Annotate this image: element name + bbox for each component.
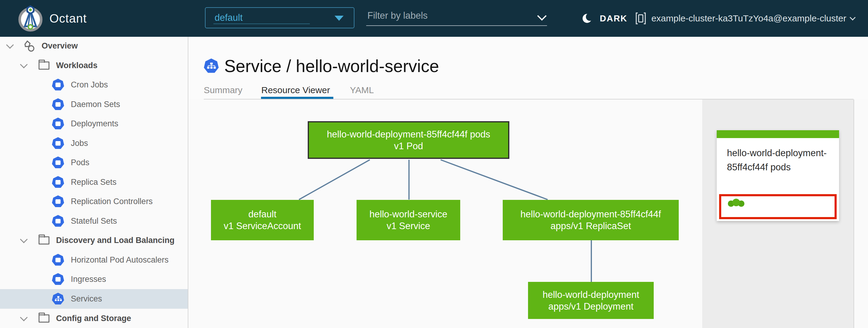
chevron-down-icon[interactable] — [6, 41, 13, 49]
node-title: hello-world-deployment — [528, 289, 654, 301]
sidebar-item-deployments[interactable]: Deployments — [0, 114, 188, 133]
page-scrollbar-gutter[interactable] — [854, 99, 868, 328]
pods-icon — [52, 156, 64, 169]
pod-status-dots — [728, 201, 743, 206]
resource-graph[interactable]: hello-world-deployment-85ff4cf44f pods v… — [189, 99, 702, 328]
app-title: Octant — [50, 12, 87, 25]
sidebar-item-label: Cron Jobs — [71, 80, 108, 90]
sidebar-item-label: Ingresses — [71, 275, 106, 284]
namespace-select-value: default — [215, 12, 243, 23]
sidebar-item-ingresses[interactable]: Ingresses — [0, 270, 188, 289]
graph-node-serviceaccount[interactable]: default v1 ServiceAccount — [211, 200, 314, 240]
cronjobs-icon — [52, 79, 64, 91]
folder-icon — [38, 315, 50, 323]
node-title: hello-world-service — [356, 208, 460, 220]
node-title: hello-world-deployment-85ff4cf44f pods — [309, 128, 508, 140]
app-header: Octant default DARK example-cluster-ka3T… — [0, 0, 868, 37]
chevron-down-icon[interactable] — [20, 314, 27, 321]
chevron-down-icon[interactable] — [20, 235, 27, 243]
statefulsets-icon — [52, 215, 64, 227]
sidebar-nav: Overview Workloads Cron Jobs Daemon Sets… — [0, 37, 188, 328]
pod-status-highlight[interactable] — [719, 194, 837, 219]
sidebar-item-config-and-storage[interactable]: Config and Storage — [0, 309, 188, 328]
theme-toggle[interactable]: DARK — [581, 0, 627, 37]
horizontalpodautoscalers-icon — [52, 254, 64, 266]
cluster-icon — [635, 12, 647, 25]
sidebar-item-replica-sets[interactable]: Replica Sets — [0, 173, 188, 192]
page-title: Service / hello-world-service — [224, 56, 439, 76]
node-title: hello-world-deployment-85ff4cf44f — [503, 208, 679, 220]
folder-icon — [38, 236, 50, 244]
chevron-down-icon[interactable] — [20, 61, 27, 68]
context-label: example-cluster-ka3TuTzYo4a@example-clus… — [651, 13, 846, 24]
sidebar-item-jobs[interactable]: Jobs — [0, 133, 188, 153]
selected-object-card[interactable]: hello-world-deployment-85ff4cf44f pods — [717, 130, 839, 221]
sidebar-item-label: Pods — [71, 158, 90, 167]
sidebar-item-replication-controllers[interactable]: Replication Controllers — [0, 192, 188, 211]
card-title: hello-world-deployment-85ff4cf44f pods — [717, 138, 839, 174]
deployments-icon — [52, 118, 64, 130]
selection-panel: hello-world-deployment-85ff4cf44f pods — [702, 99, 854, 328]
folder-icon — [38, 61, 50, 70]
graph-node-deployment[interactable]: hello-world-deployment apps/v1 Deploymen… — [528, 282, 654, 319]
sidebar-item-label: Config and Storage — [56, 314, 131, 323]
node-kind: apps/v1 ReplicaSet — [503, 220, 679, 232]
sidebar-item-label: Overview — [41, 41, 78, 51]
node-kind: v1 Service — [356, 220, 460, 232]
node-kind: apps/v1 Deployment — [528, 301, 654, 312]
sidebar-item-label: Discovery and Load Balancing — [56, 236, 175, 245]
pod-status-dot — [733, 199, 740, 206]
octant-logo — [16, 4, 44, 33]
graph-node-replicaset[interactable]: hello-world-deployment-85ff4cf44f apps/v… — [503, 200, 679, 240]
sidebar-item-label: Workloads — [56, 61, 98, 70]
sidebar-item-label: Replica Sets — [71, 178, 117, 187]
sidebar-item-stateful-sets[interactable]: Stateful Sets — [0, 211, 188, 231]
graph-node-pod[interactable]: hello-world-deployment-85ff4cf44f pods v… — [308, 121, 509, 159]
context-selector[interactable]: example-cluster-ka3TuTzYo4a@example-clus… — [635, 0, 855, 37]
replicationcontrollers-icon — [52, 196, 64, 208]
moon-icon — [581, 12, 594, 25]
sidebar-item-label: Deployments — [71, 119, 119, 128]
sidebar-item-label: Services — [71, 294, 102, 304]
sidebar-item-workloads[interactable]: Workloads — [0, 56, 188, 76]
node-kind: v1 Pod — [309, 140, 508, 152]
active-tab-underline — [261, 97, 333, 99]
label-filter-input[interactable] — [366, 8, 547, 26]
node-title: default — [211, 208, 314, 220]
sidebar-item-overview[interactable]: Overview — [0, 37, 188, 56]
sidebar-item-label: Horizontal Pod Autoscalers — [71, 255, 168, 265]
sidebar-item-label: Stateful Sets — [71, 216, 117, 226]
daemonsets-icon — [52, 98, 64, 111]
tab-summary[interactable]: Summary — [204, 85, 242, 95]
tab-resource-viewer[interactable]: Resource Viewer — [261, 85, 330, 95]
sidebar-item-label: Replication Controllers — [71, 197, 153, 206]
chevron-down-icon — [849, 14, 856, 21]
sidebar-item-cron-jobs[interactable]: Cron Jobs — [0, 75, 188, 95]
jobs-icon — [52, 137, 64, 150]
sidebar-item-discovery-and-load-balancing[interactable]: Discovery and Load Balancing — [0, 231, 188, 250]
node-kind: v1 ServiceAccount — [211, 220, 314, 232]
caret-down-icon — [335, 16, 344, 21]
sidebar-item-horizontal-pod-autoscalers[interactable]: Horizontal Pod Autoscalers — [0, 250, 188, 270]
namespace-select-underline — [213, 24, 310, 24]
theme-toggle-label: DARK — [600, 13, 627, 24]
tab-yaml[interactable]: YAML — [350, 85, 374, 95]
sidebar-item-services[interactable]: Services — [0, 289, 188, 309]
applications-icon — [22, 39, 36, 53]
namespace-select[interactable]: default — [205, 7, 354, 28]
sidebar-item-label: Daemon Sets — [71, 100, 120, 109]
sidebar-item-pods[interactable]: Pods — [0, 153, 188, 173]
sidebar-item-daemon-sets[interactable]: Daemon Sets — [0, 95, 188, 114]
label-filter — [366, 8, 547, 28]
services-icon — [52, 293, 64, 305]
sidebar-item-label: Jobs — [71, 139, 88, 148]
replicasets-icon — [52, 176, 64, 188]
ingresses-icon — [52, 273, 64, 286]
card-status-bar — [717, 130, 839, 138]
graph-node-service[interactable]: hello-world-service v1 Service — [356, 200, 460, 240]
